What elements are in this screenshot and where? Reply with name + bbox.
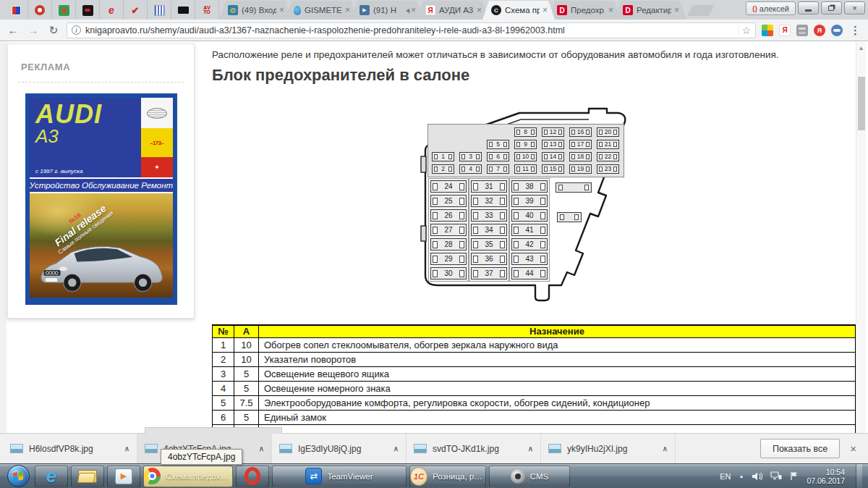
tab[interactable]: GISMETE× xyxy=(285,1,357,20)
start-button[interactable] xyxy=(4,464,32,488)
pinned-tab-red-check[interactable]: ✔ xyxy=(124,1,148,20)
restore-button[interactable] xyxy=(821,1,842,14)
tab-close-icon[interactable]: × xyxy=(476,6,482,14)
taskbar-button-chrome[interactable]: Схема предохран... xyxy=(143,466,233,487)
new-tab-button[interactable] xyxy=(687,5,715,16)
url-text[interactable]: knigaproavto.ru/shemy/audi/audi-a3/1367-… xyxy=(85,25,733,35)
download-item[interactable]: svdTO-JKd1k.jpg∧ xyxy=(407,434,541,463)
fuse-37: 37 xyxy=(471,267,507,279)
taskbar-button-folder[interactable] xyxy=(71,466,104,487)
download-menu-chevron-icon[interactable]: ∧ xyxy=(663,445,668,453)
forward-icon[interactable]: → xyxy=(26,24,41,36)
downloads-bar-close-icon[interactable]: × xyxy=(840,442,868,455)
pinned-tab-dark-car[interactable] xyxy=(76,1,100,20)
fuse-number: 17 xyxy=(575,141,586,148)
pinned-tab-red-target[interactable] xyxy=(28,1,52,20)
advisor-extension-icon[interactable] xyxy=(796,25,808,36)
tab-close-icon[interactable]: × xyxy=(278,6,285,14)
pinned-tab-green-camera[interactable] xyxy=(52,1,76,20)
show-all-downloads-button[interactable]: Показать все xyxy=(760,439,840,458)
ad-label: РЕКЛАМА xyxy=(21,62,194,72)
scrollbar-thumb[interactable] xyxy=(858,77,865,130)
pinned-tab-avto-text[interactable]: АVТО xyxy=(195,1,219,20)
minimize-button[interactable] xyxy=(798,1,819,14)
info-icon[interactable]: i xyxy=(72,25,81,35)
image-file-icon xyxy=(279,444,292,453)
profile-button[interactable]: ( ) алексей xyxy=(746,1,796,15)
tray-expand-icon[interactable]: ▲ xyxy=(739,474,744,479)
sidebar-ad-card: РЕКЛАМА AUDI A3 с 1997 г. выпуска 173 ✦ … xyxy=(7,43,195,319)
download-tooltip: 4obzYTcFcpA.jpg xyxy=(161,449,242,465)
taskbar-button-ie[interactable]: e xyxy=(35,466,68,487)
address-bar[interactable]: i knigaproavto.ru/shemy/audi/audi-a3/136… xyxy=(67,22,756,38)
network-icon[interactable] xyxy=(770,471,782,481)
fuse-number: 11 xyxy=(520,166,531,172)
table-header-А: А xyxy=(234,325,259,337)
taskbar-button-cms[interactable]: CMS xyxy=(489,466,570,487)
taskbar-button-wmp[interactable]: ▶ xyxy=(107,466,140,487)
tab-close-icon[interactable]: × xyxy=(410,6,417,14)
fuse-number: 29 xyxy=(438,256,459,263)
fuse-pin xyxy=(613,154,617,159)
pinned-tab-ad-grid[interactable] xyxy=(4,1,28,20)
fuse-pin xyxy=(500,227,505,234)
pinned-tab-red-e[interactable]: e xyxy=(100,1,124,20)
windows-flag-icon xyxy=(13,471,23,481)
download-menu-chevron-icon[interactable]: ∧ xyxy=(528,445,533,453)
clock[interactable]: 10:54 07.06.2017 xyxy=(807,468,848,485)
volume-icon[interactable] xyxy=(752,472,762,481)
tab-close-icon[interactable]: × xyxy=(673,6,680,14)
fuse-number: 12 xyxy=(548,129,558,135)
show-desktop-button[interactable] xyxy=(856,464,862,488)
yandex-extension-icon[interactable]: Я xyxy=(779,25,791,36)
bookmark-star-icon[interactable]: ☆ xyxy=(738,25,751,36)
download-item[interactable]: IgE3dIyU8jQ.jpg∧ xyxy=(272,434,407,463)
download-item[interactable]: yk9yIHu2jXI.jpg∧ xyxy=(541,434,676,463)
tab-close-icon[interactable]: × xyxy=(344,6,351,14)
fuse-pin xyxy=(500,183,505,190)
fuse-34: 34 xyxy=(471,224,507,236)
fuse-pin xyxy=(459,241,464,248)
browser-menu-icon[interactable]: ⋮ xyxy=(848,24,862,37)
opera-icon xyxy=(244,467,260,485)
fuse-pin xyxy=(586,154,590,159)
action-center-flag-icon[interactable] xyxy=(790,471,799,481)
pinned-tab-blue-bars[interactable] xyxy=(148,1,171,20)
tab[interactable]: DПредохр× xyxy=(548,1,621,20)
pinned-tab-dark-screen[interactable] xyxy=(171,1,195,20)
download-menu-chevron-icon[interactable]: ∧ xyxy=(259,445,264,453)
scroll-up-icon[interactable]: ▲ xyxy=(856,42,866,51)
table-row: 45Освещение номерного знака xyxy=(213,381,856,395)
c-circle-favicon-icon: C xyxy=(491,5,501,15)
tab[interactable]: ▶(91) Н◂)× xyxy=(351,1,423,20)
avg-extension-icon[interactable] xyxy=(762,25,773,36)
taskbar-button-onec[interactable]: 1СРозница, редакц... xyxy=(409,466,486,487)
keyboard-language-indicator[interactable]: EN xyxy=(720,472,731,481)
tab[interactable]: DРедактир× xyxy=(614,1,686,20)
close-button[interactable]: × xyxy=(844,1,865,14)
yandex-circle-extension-icon[interactable]: Я xyxy=(814,25,825,36)
download-items-group: H6losdfVP8k.jpg∧4obzYTcFcpA.jpg∧IgE3dIyU… xyxy=(3,434,676,463)
download-item[interactable]: H6losdfVP8k.jpg∧ xyxy=(3,434,137,463)
tab-close-icon[interactable]: × xyxy=(608,6,614,14)
taskbar-button-label: CMS xyxy=(530,472,549,481)
fuse-36: 36 xyxy=(471,253,507,265)
fuse-number: 32 xyxy=(478,198,500,205)
taskbar: e▶Схема предохран...⇄TeamViewer1СРозница… xyxy=(0,463,868,488)
taskbar-button-opera[interactable] xyxy=(236,466,269,487)
tab[interactable]: ЯАУДИ А3× xyxy=(417,1,489,20)
fuse-pin xyxy=(540,256,545,263)
book-cover-ad[interactable]: AUDI A3 с 1997 г. выпуска 173 ✦ Устройст… xyxy=(25,93,177,305)
vk-extension-icon[interactable] xyxy=(831,25,843,36)
fuse-7: 7 xyxy=(487,164,509,174)
taskbar-button-teamviewer[interactable]: ⇄TeamViewer xyxy=(272,466,407,487)
download-menu-chevron-icon[interactable]: ∧ xyxy=(393,445,399,453)
download-menu-chevron-icon[interactable]: ∧ xyxy=(124,445,129,453)
fuse-pin xyxy=(586,142,590,147)
page-scrollbar[interactable]: ▲ xyxy=(856,42,866,433)
tab-active[interactable]: CСхема пр× xyxy=(482,1,555,20)
reload-icon[interactable]: ↻ xyxy=(46,24,61,37)
tab[interactable]: @(49) Вход× xyxy=(219,1,292,20)
back-icon[interactable]: ← xyxy=(6,24,20,36)
tab-close-icon[interactable]: × xyxy=(542,6,548,14)
